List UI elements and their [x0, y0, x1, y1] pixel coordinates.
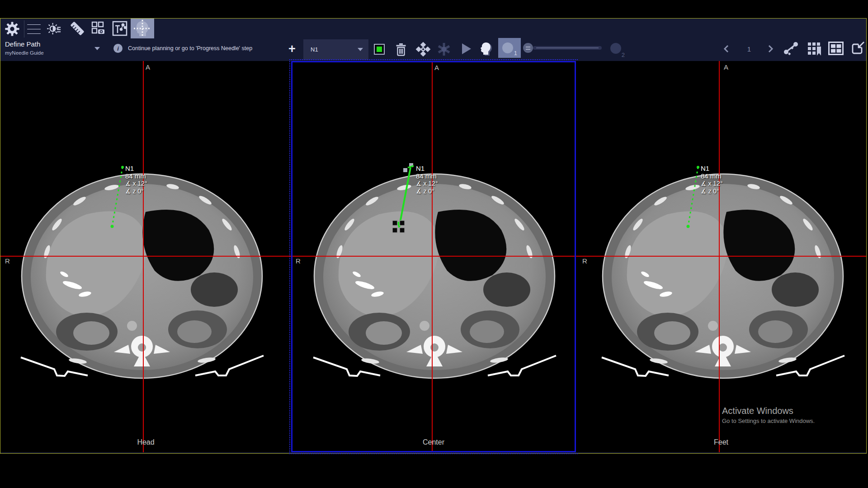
step-subtitle: myNeedle Guide	[5, 50, 44, 56]
target-1-button[interactable]: 1	[498, 38, 521, 58]
burst-button-disabled	[436, 41, 452, 57]
needle-overlay[interactable]	[292, 62, 575, 451]
menu-button[interactable]	[27, 22, 41, 36]
view-label: Center	[292, 438, 575, 446]
chevron-right-icon	[767, 44, 774, 53]
layout-icon	[828, 41, 844, 56]
toolbar-divider	[24, 20, 24, 38]
planning-toolbar: Define Path myNeedle Guide i Continue pl…	[0, 39, 866, 61]
center-target-icon	[415, 42, 431, 57]
export-icon	[850, 41, 865, 56]
needle-color-button[interactable]	[373, 43, 385, 55]
view-label: Feet	[576, 438, 866, 446]
chevron-down-icon	[358, 48, 363, 51]
needle-angle-x: ∡ x 12°	[416, 180, 438, 188]
trash-icon	[395, 42, 407, 56]
head-profile-icon	[479, 42, 493, 57]
capture-layout-icon	[90, 20, 107, 37]
needle-annotation: N1 84 mm ∡ x 12° ∡ z 0°	[416, 164, 438, 195]
measure-button[interactable]	[69, 19, 86, 38]
prev-button[interactable]	[722, 44, 731, 54]
target-2-icon	[610, 43, 621, 54]
info-icon: i	[113, 44, 123, 53]
orientation-anterior: A	[434, 64, 439, 71]
viewport-area: N1 84 mm ∡ x 12° ∡ z 0° A R Head	[0, 61, 866, 452]
watermark-subtitle: Go to Settings to activate Windows.	[722, 418, 815, 424]
add-needle-button[interactable]: +	[286, 42, 298, 55]
needle-length: 84 mm	[701, 172, 723, 180]
trajectory-icon	[783, 41, 799, 56]
needle-overlay[interactable]	[0, 61, 291, 452]
mpr-crosshair-button[interactable]	[131, 19, 154, 38]
needle-angle-x: ∡ x 12°	[701, 180, 723, 188]
view-label: Head	[0, 438, 291, 446]
window-level-button[interactable]	[46, 20, 62, 37]
main-toolbar	[0, 19, 866, 39]
needle-angle-x: ∡ x 12°	[125, 180, 147, 188]
screen: Define Path myNeedle Guide i Continue pl…	[0, 0, 868, 488]
mpr-crosshair-icon	[133, 19, 151, 38]
annotation-button[interactable]	[111, 19, 128, 38]
needle-name: N1	[416, 164, 438, 172]
orientation-anterior: A	[724, 63, 728, 71]
needle-name: N1	[125, 164, 147, 172]
settings-button[interactable]	[4, 21, 20, 37]
needle-length: 84 mm	[416, 172, 438, 180]
needle-angle-z: ∡ z 0°	[125, 188, 147, 195]
step-dropdown-button[interactable]	[94, 46, 101, 51]
chevron-left-icon	[723, 44, 730, 53]
needle-color-icon	[374, 44, 385, 55]
needle-annotation: N1 84 mm ∡ x 12° ∡ z 0°	[701, 164, 723, 195]
add-needle-icon: +	[288, 43, 296, 55]
grid-bookmark-button[interactable]	[806, 40, 822, 56]
needle-angle-z: ∡ z 0°	[701, 188, 723, 195]
step-title: Define Path	[5, 40, 40, 48]
head-profile-button[interactable]	[478, 41, 494, 57]
measure-icon	[69, 20, 85, 37]
delete-needle-button[interactable]	[395, 42, 407, 57]
target-1-icon	[502, 42, 513, 53]
layout-button[interactable]	[827, 40, 844, 56]
next-button[interactable]	[766, 44, 774, 54]
window-level-icon	[47, 21, 62, 37]
target-2-number: 2	[622, 52, 625, 58]
slider-thumb[interactable]	[523, 43, 533, 53]
view-center[interactable]: N1 84 mm ∡ x 12° ∡ z 0° A R Center	[291, 61, 576, 452]
needle-angle-z: ∡ z 0°	[416, 188, 438, 195]
needle-name: N1	[701, 164, 723, 172]
page-number: 1	[744, 44, 754, 54]
settings-icon	[5, 21, 20, 37]
grid-bookmark-icon	[806, 41, 821, 56]
info-badge: i	[113, 44, 123, 53]
target-1-number: 1	[514, 50, 517, 56]
orientation-right: R	[296, 257, 301, 265]
orientation-right: R	[582, 257, 587, 265]
needle-select-value: N1	[311, 46, 318, 53]
burst-icon	[436, 42, 452, 57]
status-message: Continue planning or go to 'Progress Nee…	[128, 45, 252, 52]
play-button[interactable]	[460, 42, 472, 56]
orientation-anterior: A	[146, 63, 150, 71]
needle-length: 84 mm	[125, 172, 147, 180]
orientation-right: R	[5, 257, 10, 265]
needle-overlay[interactable]	[576, 61, 866, 452]
play-icon	[460, 42, 472, 56]
view-head[interactable]: N1 84 mm ∡ x 12° ∡ z 0° A R Head	[0, 61, 291, 452]
watermark-title: Activate Windows	[722, 406, 815, 416]
target-2-button-disabled: 2	[609, 41, 626, 59]
app-window: Define Path myNeedle Guide i Continue pl…	[0, 18, 867, 454]
trajectory-button[interactable]	[783, 40, 800, 56]
needle-annotation: N1 84 mm ∡ x 12° ∡ z 0°	[125, 164, 147, 195]
center-target-button[interactable]	[415, 41, 431, 57]
view-feet[interactable]: N1 84 mm ∡ x 12° ∡ z 0° A R Feet	[576, 61, 866, 452]
slider-track[interactable]	[533, 46, 602, 50]
needle-select[interactable]: N1	[303, 39, 368, 60]
annotation-icon	[112, 20, 128, 37]
activate-windows-watermark: Activate Windows Go to Settings to activ…	[722, 406, 815, 424]
chevron-down-icon	[94, 47, 100, 50]
menu-icon	[27, 24, 41, 25]
capture-layout-button[interactable]	[90, 19, 107, 38]
export-button[interactable]	[849, 40, 866, 56]
